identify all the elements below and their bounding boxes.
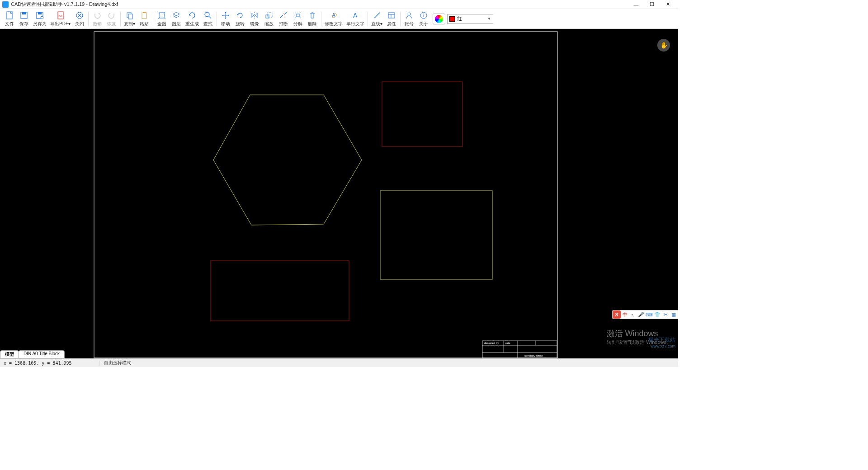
edit-text-button[interactable]: A 修改文字: [323, 10, 344, 28]
svg-rect-2: [22, 12, 26, 14]
close-window-button[interactable]: ✕: [663, 1, 672, 8]
svg-rect-4: [38, 12, 42, 14]
close-button[interactable]: 关闭: [72, 10, 87, 28]
layers-icon: [172, 11, 181, 20]
search-icon: [203, 11, 212, 20]
save-icon: [19, 11, 28, 20]
titleblock-date: date: [505, 342, 510, 344]
redo-icon: [107, 11, 116, 20]
svg-text:i: i: [423, 13, 424, 18]
svg-rect-17: [297, 14, 299, 17]
save-as-button[interactable]: 另存为: [31, 10, 48, 28]
svg-rect-12: [143, 12, 146, 13]
paste-button[interactable]: 粘贴: [137, 10, 151, 28]
svg-rect-11: [142, 13, 146, 19]
move-icon: [221, 11, 230, 20]
export-pdf-button[interactable]: PDF 导出PDF▾: [48, 10, 72, 28]
main-toolbar: 文件 保存 另存为 PDF 导出PDF▾ 关闭 撤销 恢复 复制▾ 粘贴 全图: [0, 9, 678, 29]
ime-toolbar[interactable]: S 中 •, 🎤 ⌨ 👕 ✂ ▦: [612, 310, 678, 319]
zoom-all-button[interactable]: 全图: [155, 10, 169, 28]
copy-icon: [125, 11, 134, 20]
explode-button[interactable]: 分解: [291, 10, 305, 28]
titleblock-company: company name: [524, 354, 543, 357]
hand-icon: ✋: [660, 42, 668, 49]
save-button[interactable]: 保存: [17, 10, 31, 28]
mirror-button[interactable]: 镜像: [247, 10, 262, 28]
scale-button[interactable]: 缩放: [262, 10, 276, 28]
break-icon: [279, 11, 288, 20]
window-title: CAD快速看图-编辑助手 v1.7.1.19 - Drawing4.dxf: [11, 1, 632, 8]
break-button[interactable]: 打断: [276, 10, 291, 28]
find-button[interactable]: 查找: [201, 10, 215, 28]
color-dropdown[interactable]: 红 ▼: [447, 14, 493, 24]
file-button[interactable]: 文件: [2, 10, 17, 28]
paste-icon: [140, 11, 149, 20]
explode-icon: [293, 11, 302, 20]
properties-button[interactable]: 属性: [384, 10, 399, 28]
svg-marker-25: [213, 95, 362, 225]
close-icon: [75, 11, 84, 20]
app-icon: [2, 1, 9, 8]
rotate-icon: [236, 11, 245, 20]
rotate-button[interactable]: 旋转: [233, 10, 247, 28]
redo-button[interactable]: 恢复: [104, 10, 119, 28]
mirror-icon: [250, 11, 259, 20]
delete-button[interactable]: 删除: [305, 10, 320, 28]
maximize-button[interactable]: ☐: [647, 1, 656, 8]
window-controls: — ☐ ✕: [632, 1, 672, 8]
titleblock-designed-by: designed by: [484, 342, 499, 344]
svg-rect-26: [382, 82, 462, 146]
info-icon: i: [419, 11, 428, 20]
svg-rect-27: [380, 191, 492, 279]
properties-icon: [387, 11, 396, 20]
regen-icon: [188, 11, 197, 20]
ime-scissors-icon[interactable]: ✂: [661, 310, 670, 319]
copy-button[interactable]: 复制▾: [122, 10, 137, 28]
account-button[interactable]: 账号: [402, 10, 416, 28]
svg-point-5: [41, 16, 43, 19]
svg-text:PDF: PDF: [58, 14, 63, 17]
line-button[interactable]: 直线▾: [369, 10, 384, 28]
ime-lang-toggle[interactable]: 中: [621, 310, 629, 319]
edit-text-icon: A: [329, 11, 338, 20]
layout-tabs: 模型 DIN A0 Title Block: [0, 350, 64, 358]
ime-grid-icon[interactable]: ▦: [670, 310, 678, 319]
move-button[interactable]: 移动: [218, 10, 233, 28]
color-wheel-icon: [435, 15, 443, 23]
ime-skin-icon[interactable]: 👕: [653, 310, 661, 319]
svg-rect-10: [128, 14, 132, 19]
pan-tool-button[interactable]: ✋: [657, 39, 670, 52]
title-bar: CAD快速看图-编辑助手 v1.7.1.19 - Drawing4.dxf — …: [0, 0, 678, 9]
drawing-canvas[interactable]: designed by date company name ✋ 激活 Windo…: [0, 29, 678, 358]
status-coordinates: x = 1368.105, y = 841.995: [0, 361, 99, 366]
undo-button[interactable]: 撤销: [90, 10, 104, 28]
tab-layout-a0[interactable]: DIN A0 Title Block: [19, 350, 65, 358]
line-icon: [373, 11, 382, 20]
svg-text:A: A: [353, 12, 358, 19]
scale-icon: [264, 11, 274, 20]
pdf-icon: PDF: [56, 11, 65, 20]
svg-point-14: [205, 12, 209, 17]
color-name: 红: [457, 15, 487, 22]
user-icon: [405, 11, 414, 20]
ime-keyboard-icon[interactable]: ⌨: [645, 310, 653, 319]
ime-voice-icon[interactable]: 🎤: [637, 310, 645, 319]
text-icon: A: [351, 11, 360, 20]
status-bar: x = 1368.105, y = 841.995 自由选择模式: [0, 358, 678, 367]
svg-rect-28: [211, 261, 349, 321]
layers-button[interactable]: 图层: [169, 10, 184, 28]
chevron-down-icon: ▼: [487, 17, 491, 21]
status-mode: 自由选择模式: [99, 360, 136, 366]
regen-button[interactable]: 重生成: [184, 10, 201, 28]
ime-sogou-icon[interactable]: S: [613, 310, 621, 319]
color-wheel-button[interactable]: [433, 14, 445, 24]
zoom-all-icon: [157, 11, 166, 20]
ime-punct-toggle[interactable]: •,: [629, 310, 637, 319]
single-text-button[interactable]: A 单行文字: [344, 10, 366, 28]
svg-point-21: [408, 13, 410, 15]
tab-model[interactable]: 模型: [0, 350, 19, 358]
delete-icon: [308, 11, 317, 20]
color-swatch: [449, 16, 455, 22]
about-button[interactable]: i 关于: [416, 10, 431, 28]
minimize-button[interactable]: —: [632, 1, 641, 8]
